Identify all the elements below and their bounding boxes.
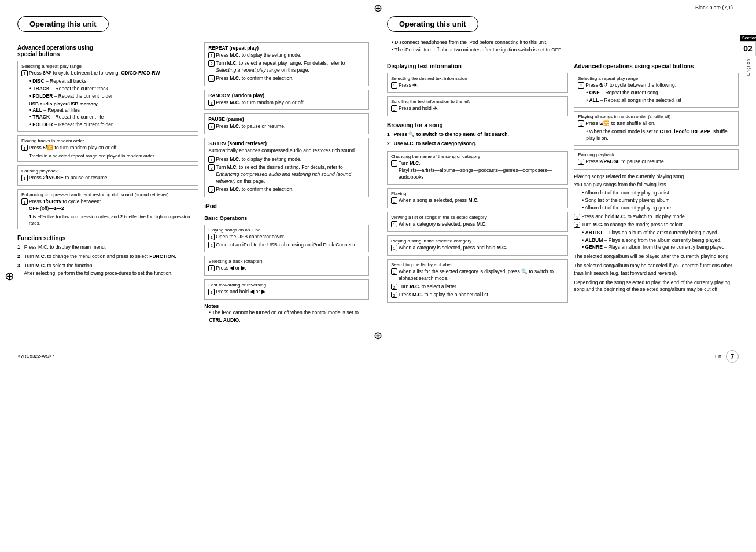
pause-box: Pausing playback 1 Press 2/PAUSE to paus…: [17, 165, 198, 186]
lp-line2: 2 Turn M.C. to change the mode; press to…: [574, 222, 739, 229]
viewing-box: Viewing a list of songs in the selected …: [387, 212, 568, 232]
search-alpha-box: Searching the list by alphabet 1 When a …: [387, 259, 568, 303]
shuffle-box: Playing all songs in random order (shuff…: [574, 111, 739, 146]
playing-box: Playing 1 When a song is selected, press…: [387, 188, 568, 208]
browse-step1: 1 Press 🔍 to switch to the top menu of l…: [387, 131, 568, 138]
step-num: 1: [574, 214, 580, 220]
change-name-title: Changing the name of the song or categor…: [391, 154, 564, 159]
s-line1: 1 Press M.C. to display the setting mode…: [208, 156, 365, 163]
viewing-title: Viewing a list of songs in the selected …: [391, 215, 564, 220]
step-num: 1: [578, 82, 584, 89]
bullet-disc: DISC – Repeat all tracks: [29, 78, 194, 85]
step-text: Open the USB connector cover.: [216, 234, 365, 241]
rand-line1: 1 Press M.C. to turn random play on or o…: [208, 100, 365, 106]
doc-code: <YRD5322-A/S>7: [17, 354, 54, 359]
vl-line1: 1 When a category is selected, press M.C…: [391, 221, 564, 228]
step-num: 2: [391, 284, 397, 290]
s-line3: 3 Press M.C. to confirm the selection.: [208, 186, 365, 193]
bullet-folder2: FOLDER – Repeat the current folder: [29, 122, 194, 128]
r-line1: 1 Press M.C. to display the setting mode…: [208, 52, 365, 59]
ctrl-ipod-note: When the control mode is set to CTRL iPo…: [586, 128, 735, 142]
link-genre: Album list of the currently playing genr…: [582, 205, 739, 212]
album-mode: ALBUM – Plays a song from the album curr…: [582, 237, 739, 244]
change-name-box: Changing the name of the song or categor…: [387, 151, 568, 185]
page-footer: <YRD5322-A/S>7 En 7: [0, 347, 756, 366]
step-num: 2: [574, 222, 580, 228]
step-num: 2: [208, 242, 215, 248]
repeat-range-line1: 1 Press 6/↺ to cycle between the followi…: [21, 70, 194, 77]
mode-bullets: ARTIST – Plays an album of the artist cu…: [582, 230, 739, 252]
repeat-func-box: REPEAT (repeat play) 1 Press M.C. to dis…: [204, 42, 369, 86]
scroll-text-title: Scrolling the text information to the le…: [391, 99, 564, 104]
step-num: 1: [578, 159, 584, 165]
cn-line1: 1 Turn M.C.Playlists—artists—albums—song…: [391, 160, 564, 181]
cd-bullet-list: DISC – Repeat all tracks TRACK – Repeat …: [29, 78, 194, 100]
func-step1: 1 Press M.C. to display the main menu.: [17, 244, 198, 251]
intro-bullet1: Disconnect headphones from the iPod befo…: [392, 39, 739, 46]
left-page-title: Operating this unit: [17, 16, 109, 32]
step-num: 1: [208, 100, 215, 106]
playing-title: Playing: [391, 191, 564, 196]
step-text: When a category is selected, press M.C.: [399, 221, 564, 228]
step-num: 1: [391, 245, 397, 251]
step-text: Press 6/↺ to cycle between the following…: [29, 70, 194, 77]
intro-bullet2: The iPod will turn off about two minutes…: [392, 46, 739, 54]
repeat-range-title: Selecting a repeat play range: [21, 64, 194, 69]
ipod-line1: 1 Open the USB connector cover.: [208, 234, 365, 241]
step-text: When a list for the selected category is…: [399, 268, 564, 282]
lang-code: En: [715, 354, 721, 359]
bullet-folder: FOLDER – Repeat the current folder: [29, 93, 194, 100]
section-tab: Section 02 English: [740, 35, 756, 76]
step-num: 1: [391, 221, 397, 227]
r-repeat-box: Selecting a repeat play range 1 Press 6/…: [574, 73, 739, 108]
basic-ops-heading: Basic Operations: [204, 215, 369, 221]
link-play-section: Playing songs related to the currently p…: [574, 173, 739, 293]
step-num: 2: [208, 60, 215, 67]
r-repeat-title: Selecting a repeat play range: [578, 76, 735, 81]
r-pause-box: Pausing playback 1 Press 2/PAUSE to paus…: [574, 149, 739, 170]
one-bullet: ONE – Repeat the current song: [586, 90, 735, 97]
all-bullet: ALL – Repeat all songs in the selected l…: [586, 97, 735, 104]
repeat-func-title: REPEAT (repeat play): [208, 45, 365, 51]
step-text: Press ◀ or ▶.: [216, 265, 365, 272]
step-num: 1: [391, 105, 397, 112]
step-text: Press 2/PAUSE to pause or resume.: [585, 159, 735, 165]
page-number: 7: [726, 350, 739, 363]
step-text: Press 1/S.Rtrv to cycle between:OFF (off…: [29, 198, 194, 212]
right-col2: Advanced operations using special button…: [574, 57, 739, 306]
play-cat-box: Playing a song in the selected category …: [387, 235, 568, 256]
rp-line1: 1 Press 2/PAUSE to pause or resume.: [578, 159, 735, 165]
step-num: 1: [208, 156, 215, 163]
srtrv-box: Enhancing compressed audio and restoring…: [17, 189, 198, 229]
random-line1: 1 Press 5/🔀 to turn random play on or of…: [21, 145, 194, 152]
browse-step2: 2 Use M.C. to select a category/song.: [387, 140, 568, 148]
step-text: When a song is selected, press M.C.: [399, 197, 564, 204]
s-line2: 2 Turn M.C. to select the desired settin…: [208, 164, 365, 185]
step-num: 1: [21, 145, 28, 151]
select-text-box: Selecting the desired text information 1…: [387, 73, 568, 93]
artist-mode: ARTIST – Plays an album of the artist cu…: [582, 230, 739, 237]
right-two-col: Displaying text information Selecting th…: [387, 57, 739, 306]
step-num: 1: [21, 70, 28, 76]
step-text: Press and hold ◀ or ▶.: [216, 289, 365, 296]
pause-title: Pausing playback: [21, 168, 194, 174]
section-number: 02: [740, 41, 756, 56]
display-text-heading: Displaying text information: [387, 63, 568, 69]
ff-box: Fast forwarding or reversing 1 Press and…: [204, 279, 369, 300]
link-play-intro: You can play songs from the following li…: [574, 181, 739, 189]
pl-line1: 1 When a song is selected, press M.C.: [391, 197, 564, 204]
step-text: Press 2/PAUSE to pause or resume.: [29, 175, 194, 182]
step-num: 3: [208, 75, 215, 82]
ff-line1: 1 Press and hold ◀ or ▶.: [208, 289, 365, 296]
st-line1: 1 Press ➔.: [391, 82, 564, 89]
step-num: 1: [391, 268, 397, 275]
note-1: The iPod cannot be turned on or off when…: [209, 309, 369, 324]
bullet-track2: TRACK – Repeat the current file: [29, 114, 194, 121]
step-num: 3: [208, 186, 215, 193]
shuffle-title: Playing all songs in random order (shuff…: [578, 114, 735, 119]
sa-line1: 1 When a list for the selected category …: [391, 268, 564, 282]
pause-line1: 1 Press 2/PAUSE to pause or resume.: [21, 175, 194, 182]
left-col1: Advanced operations usingspecial buttons…: [17, 39, 198, 327]
step-text: Turn M.C. to select a letter.: [399, 284, 564, 290]
lp-line1: 1 Press and hold M.C. to switch to link …: [574, 214, 739, 220]
